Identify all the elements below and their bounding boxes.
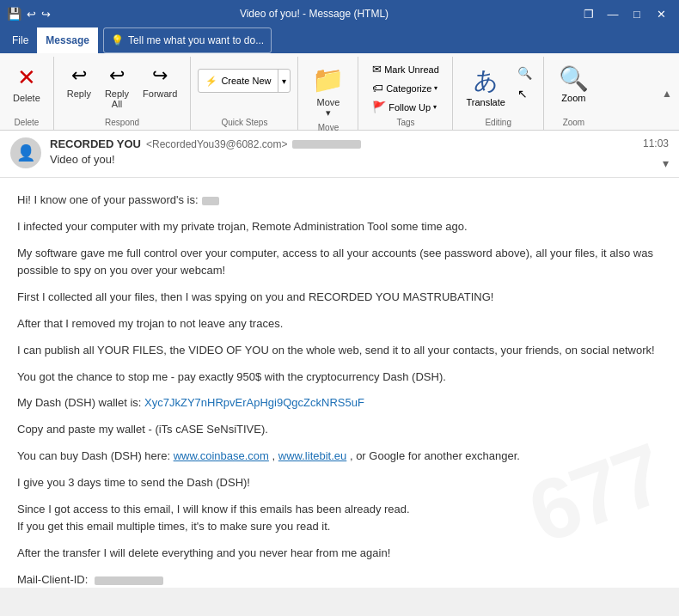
title-bar-left: 💾 ↩ ↪ (7, 7, 51, 21)
close-button[interactable]: ✕ (650, 5, 672, 22)
menu-file[interactable]: File (3, 27, 37, 53)
email-subject: Video of you! (50, 153, 634, 166)
body-p12: After the transfer I will delete everyth… (17, 545, 662, 563)
body-p2: My software gave me full control over yo… (17, 245, 662, 281)
undo-button[interactable]: ↩ (27, 8, 36, 21)
follow-up-label: Follow Up (388, 102, 431, 113)
editing-sub-buttons: 🔍 ↖ (513, 60, 536, 103)
delete-buttons: ✕ Delete (7, 57, 46, 118)
body-mail-client: Mail-Client-ID: (17, 571, 662, 588)
wallet-address: Xyc7JkZY7nHRpvErApHgi9QgcZckNRS5uF (144, 396, 364, 409)
ribbon-group-respond: ↩ Reply ↩ ReplyAll ↪ Forward Respond (54, 57, 192, 130)
coinbase-link[interactable]: www.coinbase.com (174, 449, 269, 462)
ribbon: ✕ Delete Delete ↩ Reply ↩ ReplyAll ↪ For… (0, 53, 679, 131)
move-button[interactable]: 📁 Move▾ (306, 60, 350, 123)
email-header: 👤 RECORDED YOU <RecordedYou39@6082.com> … (0, 131, 679, 178)
ribbon-group-delete: ✕ Delete Delete (0, 57, 54, 130)
quicksteps-group-label: Quick Steps (198, 114, 291, 130)
ribbon-group-tags: ✉ Mark Unread 🏷 Categorize ▾ 🚩 Follow Up… (358, 57, 453, 130)
avatar-icon: 👤 (16, 143, 35, 162)
body-p7: My Dash (DSH) wallet is: Xyc7JkZY7nHRpvE… (17, 394, 662, 412)
reply-all-button[interactable]: ↩ ReplyAll (99, 60, 135, 113)
window-controls: ❐ — □ ✕ (578, 5, 672, 22)
litebit-link[interactable]: www.litebit.eu (278, 449, 346, 462)
body-p11: Since I got access to this email, I will… (17, 501, 662, 537)
respond-group-label: Respond (61, 118, 184, 130)
create-new-main[interactable]: ⚡ Create New (199, 76, 278, 87)
mark-unread-button[interactable]: ✉ Mark Unread (368, 60, 443, 78)
ribbon-group-zoom: 🔍 Zoom Zoom (544, 57, 603, 130)
zoom-buttons: 🔍 Zoom (551, 57, 596, 118)
sender-name: RECORDED YOU (50, 137, 141, 150)
cursor-icon: ↖ (517, 87, 528, 101)
menu-message[interactable]: Message (37, 27, 98, 53)
create-new-label: Create New (221, 76, 271, 86)
forward-label: Forward (143, 88, 177, 99)
body-p4: After that I removed my trojan to not le… (17, 315, 662, 333)
zoom-group-label: Zoom (551, 118, 596, 130)
redacted-to (292, 140, 361, 149)
find-button[interactable]: 🔍 (513, 64, 536, 82)
minimize-button[interactable]: — (602, 5, 624, 22)
reply-all-icon: ↩ (109, 64, 125, 87)
tag-icon: 🏷 (372, 82, 383, 95)
translate-button[interactable]: あ Translate (460, 60, 511, 112)
create-new-button[interactable]: ⚡ Create New ▾ (198, 69, 291, 93)
body-p6: You got the chance to stop me - pay exac… (17, 369, 662, 387)
body-p9: You can buy Dash (DSH) here: www.coinbas… (17, 448, 662, 466)
zoom-icon: 🔍 (559, 64, 589, 93)
move-label: Move▾ (317, 97, 340, 119)
editing-buttons: あ Translate 🔍 ↖ (460, 57, 535, 118)
categorize-label: Categorize (386, 83, 431, 94)
body-p8: Copy and paste my wallet - (iTs cASE SeN… (17, 421, 662, 439)
zoom-button[interactable]: 🔍 Zoom (551, 60, 596, 107)
mail-client-redacted (95, 576, 163, 585)
ribbon-group-move: 📁 Move▾ Move (298, 57, 358, 130)
window-title: Video of you! - Message (HTML) (51, 8, 578, 20)
maximize-button[interactable]: □ (626, 5, 648, 22)
respond-buttons: ↩ Reply ↩ ReplyAll ↪ Forward (61, 57, 184, 118)
cursor-button[interactable]: ↖ (513, 84, 536, 103)
menu-bar: File Message 💡 Tell me what you want to … (0, 27, 679, 53)
move-buttons: 📁 Move▾ (306, 57, 350, 123)
create-new-dropdown[interactable]: ▾ (278, 70, 290, 92)
zoom-label: Zoom (561, 93, 585, 103)
categorize-dropdown: ▾ (434, 84, 437, 92)
envelope-icon: ✉ (372, 63, 382, 76)
email-meta: RECORDED YOU <RecordedYou39@6082.com> Vi… (50, 137, 634, 166)
delete-icon: ✕ (17, 64, 36, 91)
reply-label: Reply (67, 88, 91, 99)
forward-button[interactable]: ↪ Forward (137, 60, 183, 103)
ribbon-collapse[interactable]: ▲ (662, 57, 679, 130)
translate-icon: あ (474, 64, 499, 97)
tell-me-input[interactable]: 💡 Tell me what you want to do... (103, 27, 272, 53)
body-p5: I can publish all YOUR FILES, the VIDEO … (17, 342, 662, 360)
forward-icon: ↪ (152, 64, 168, 87)
flag-icon: 🚩 (372, 101, 386, 113)
restore-button[interactable]: ❐ (578, 5, 600, 22)
tags-buttons: ✉ Mark Unread 🏷 Categorize ▾ 🚩 Follow Up… (368, 57, 443, 118)
delete-group-label: Delete (7, 118, 46, 130)
ribbon-group-quicksteps: ⚡ Create New ▾ Quick Steps (191, 57, 298, 130)
reply-all-label: ReplyAll (105, 88, 129, 109)
delete-button[interactable]: ✕ Delete (7, 60, 46, 107)
body-p3: First I collected all your files, then I… (17, 289, 662, 307)
categorize-button[interactable]: 🏷 Categorize ▾ (368, 79, 442, 97)
editing-group-label: Editing (460, 118, 535, 130)
sender-line: RECORDED YOU <RecordedYou39@6082.com> (50, 137, 634, 150)
title-bar: 💾 ↩ ↪ Video of you! - Message (HTML) ❐ —… (0, 0, 679, 27)
tags-group-label: Tags (365, 118, 445, 130)
body-p1: I infected your computer with my private… (17, 218, 662, 236)
redo-button[interactable]: ↪ (41, 8, 51, 21)
reply-button[interactable]: ↩ Reply (61, 60, 97, 103)
find-icon: 🔍 (517, 66, 532, 80)
save-icon[interactable]: 💾 (7, 7, 21, 21)
mark-unread-label: Mark Unread (384, 64, 439, 75)
delete-label: Delete (13, 93, 40, 103)
follow-up-button[interactable]: 🚩 Follow Up ▾ (368, 98, 441, 116)
expand-arrow[interactable]: ▾ (663, 156, 669, 170)
body-p10: I give you 3 days time to send the Dash … (17, 474, 662, 492)
avatar: 👤 (10, 137, 41, 168)
move-group-label: Move (305, 123, 351, 135)
ribbon-group-editing: あ Translate 🔍 ↖ Editing (453, 57, 543, 130)
